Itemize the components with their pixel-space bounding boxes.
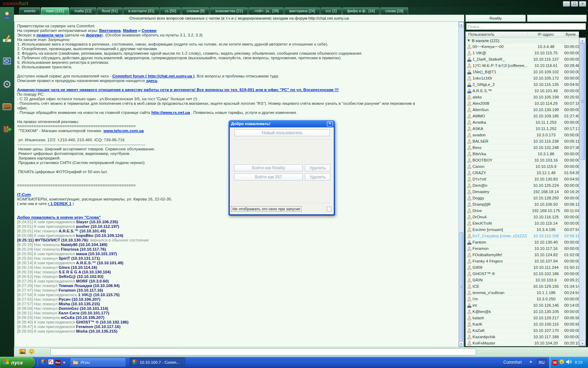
user-row[interactable]: D†v†n€10.10.130.8300:04:59 bbox=[465, 176, 579, 182]
user-row[interactable]: GRIN10.10.103.600:05:23 bbox=[465, 277, 579, 283]
tab--=ntl=- (a.. [39][interactable]: -=ntl=- (a.. [39] bbox=[248, 7, 284, 15]
userlist-header[interactable]: Пользователь IP-адрес Врем... bbox=[465, 32, 579, 38]
chat-scrollbar[interactable]: ▲ ▼ bbox=[458, 22, 464, 347]
user-row[interactable]: Dimastey192.168.18.1400:16:26 bbox=[465, 189, 579, 195]
smiley-tray-icon[interactable] bbox=[559, 359, 565, 366]
user-row[interactable]: GHOST™ ®10.10.102.18600:00:00 bbox=[465, 271, 579, 277]
dont-show-label[interactable]: Не отображать это окно при запуске bbox=[231, 206, 302, 212]
commfort-quicklaunch-icon[interactable] bbox=[41, 359, 47, 366]
volume-tray-icon[interactable] bbox=[566, 359, 572, 366]
userlist-scrollbar-thumb[interactable] bbox=[580, 43, 585, 160]
scroll-down-icon[interactable]: ▼ bbox=[579, 341, 586, 346]
language-indicator[interactable]: RU bbox=[537, 359, 546, 366]
user-row[interactable]: 1_DarK_StalkeR_10.10.115.13700:00:00 bbox=[465, 56, 579, 62]
user-row[interactable]: G90910.10.111.24401:50:19 bbox=[465, 264, 579, 271]
exit-button[interactable] bbox=[1, 124, 13, 136]
login-as-reality-button[interactable]: Войти как Reality bbox=[234, 164, 303, 171]
user-row[interactable]: BALSER10.10.115.23800:05:11 bbox=[465, 138, 579, 144]
user-row[interactable]: FOotballismylife!10.10.124.8201:02:08 bbox=[465, 252, 579, 258]
user-row[interactable]: Canon10.10.115.900:00:00 bbox=[465, 163, 579, 170]
tab-ccc [1][interactable]: ccc [1] bbox=[321, 7, 342, 15]
tab-знакомства [21][interactable]: знакомства [21] bbox=[210, 7, 248, 15]
tab-cs [50][interactable]: cs [50] bbox=[160, 7, 181, 15]
user-row[interactable]: int10.10.126.14500:14:09 bbox=[465, 302, 579, 308]
quicklaunch-overflow-chevron[interactable]: » bbox=[63, 360, 65, 365]
login-as-357-button[interactable]: Войти как 357 bbox=[234, 173, 303, 180]
tab-flood [91][interactable]: flood [91] bbox=[97, 7, 122, 15]
insert-smiley-button[interactable] bbox=[28, 349, 35, 356]
taskbar-commfort-toolbar[interactable]: Commfort bbox=[503, 360, 522, 365]
column-user[interactable]: Пользователь bbox=[465, 32, 528, 36]
chat-link[interactable]: Мафия bbox=[123, 28, 137, 33]
delete-reality-button[interactable]: Удалить bbox=[305, 164, 330, 171]
close-button[interactable]: × bbox=[579, 1, 586, 7]
scroll-up-icon[interactable]: ▲ bbox=[579, 38, 586, 43]
user-row[interactable]: CRAZY10.12.1.4901:54:35 bbox=[465, 170, 579, 176]
chat-link[interactable]: www.tehcom.com.ua bbox=[104, 128, 144, 133]
user-row[interactable]: 1nkv1z1t0r10.10.105.17200:00:00 bbox=[465, 75, 579, 81]
chat-link[interactable]: Добро пожаловать в новую игру "Слова" bbox=[17, 215, 101, 219]
tab-снежки [8][interactable]: снежки [8] bbox=[182, 7, 209, 15]
taskbar-task-10.10.100.7 - Comm...[interactable]: 10.10.100.7 - Comm... bbox=[130, 357, 186, 367]
user-row[interactable]: Arnelka10.11.1.25300:00:00 bbox=[465, 119, 579, 125]
user-row[interactable]: 00~~Kereya~~0010.3.4.4800:05:01 bbox=[465, 43, 579, 50]
tab-в контакте [31][interactable]: в контакте [31] bbox=[123, 7, 159, 15]
user-row[interactable]: AMMO10.10.109.18501:27:40 bbox=[465, 113, 579, 119]
user-row[interactable]: ASKA10.11.1.25200:17:17 bbox=[465, 125, 579, 132]
user-row[interactable]: 1 ViK@10.10.115.7500:00:00 bbox=[465, 50, 579, 56]
tab-mafia [12][interactable]: mafia [12] bbox=[70, 7, 96, 15]
start-button[interactable]: пуск bbox=[0, 357, 35, 368]
show-desktop-icon[interactable] bbox=[48, 359, 54, 366]
tab-слова [18][interactable]: слова [18] bbox=[380, 7, 408, 15]
user-row[interactable]: Fantom10.10.130.4000:00:00 bbox=[465, 239, 579, 245]
chat-link[interactable]: http://www.rs.net.ua bbox=[151, 110, 190, 115]
chat-windows-button[interactable] bbox=[1, 55, 13, 68]
minimize-button[interactable]: – bbox=[563, 1, 570, 7]
delete-357-button[interactable]: Удалить bbox=[305, 173, 330, 180]
chat-scrollbar-thumb[interactable] bbox=[459, 232, 463, 342]
chat-link[interactable]: форуме bbox=[86, 33, 102, 37]
write-message-button[interactable] bbox=[1, 33, 13, 45]
user-row[interactable]: KaZaK10.10.107.17000:00:00 bbox=[465, 327, 579, 334]
user-row[interactable]: ieremia_o'sullivan10.1.1.18600:24:54 bbox=[465, 289, 579, 296]
user-row[interactable]: Dramp[i]R10.10.106.5000:06:11 bbox=[465, 201, 579, 207]
file-transfer-button[interactable] bbox=[1, 101, 13, 114]
mail-agent-tray-icon[interactable]: M bbox=[552, 360, 558, 365]
user-profile-button[interactable] bbox=[1, 10, 13, 22]
user-row[interactable]: KariK10.10.100.11500:05:58 bbox=[465, 321, 579, 327]
res-quicklaunch-icon[interactable]: Res bbox=[55, 360, 61, 365]
dialog-close-button[interactable]: × bbox=[327, 121, 333, 127]
user-row[interactable]: 2_SiNgLe_210.10.115.13500:04:50 bbox=[465, 81, 579, 88]
column-time[interactable]: Врем... bbox=[564, 32, 579, 36]
user-row[interactable]: aleks10.10.105.19900:25:59 bbox=[465, 94, 579, 100]
dont-show-checkbox[interactable] bbox=[327, 207, 331, 211]
user-row[interactable]: Franky 4 Fingers10.10.107.9400:00:00 bbox=[465, 258, 579, 264]
userlist-tab-empty[interactable] bbox=[527, 15, 587, 22]
user-row[interactable]: K@ten@k10.10.130.10500:00:00 bbox=[465, 308, 579, 315]
user-row[interactable]: Doggy10.10.128.25000:00:00 bbox=[465, 195, 579, 201]
user-row[interactable]: I'm10.3.0.25000:00:00 bbox=[465, 296, 579, 302]
user-row[interactable]: ElecKTroN10.10.115.1400:00:00 bbox=[465, 220, 579, 226]
chat-link[interactable]: Викторина bbox=[99, 28, 121, 33]
chat-link[interactable]: правила чата bbox=[36, 33, 63, 37]
user-row[interactable]: Kazantipchik10.10.117.18800:00:00 bbox=[465, 334, 579, 340]
scroll-up-icon[interactable]: ▲ bbox=[459, 22, 464, 27]
user-row[interactable]: Dem@n10.10.125.22400:00:00 bbox=[465, 182, 579, 189]
user-row[interactable]: Bess10.10.131.24800:07:36 bbox=[465, 144, 579, 151]
chat-link[interactable]: Снежки bbox=[141, 28, 156, 33]
user-row[interactable]: DrOnu410.10.116.12500:00:00 bbox=[465, 214, 579, 220]
toolbar-overflow-chevron[interactable]: » bbox=[530, 359, 532, 364]
user-row[interactable]: BilяVka10.3.1.8600:00:00 bbox=[465, 151, 579, 157]
userlist-tab-reality[interactable]: Reality bbox=[465, 15, 526, 22]
chat-link[interactable]: • 1 DEREK 1 bbox=[48, 201, 71, 206]
tab-викторина [24][interactable]: викторина [24] bbox=[284, 7, 320, 15]
tab-фифа и ф.. [16][interactable]: фифа и ф.. [16] bbox=[342, 7, 380, 15]
user-row[interactable]: Escimo [отошел]10.3.4.19500:07:54 bbox=[465, 226, 579, 233]
user-row[interactable]: Alex200810.10.114.2900:07:18 bbox=[465, 100, 579, 107]
user-row[interactable]: KniFeMaster10.10.104.2000:20:10 bbox=[465, 340, 579, 346]
userlist-scrollbar[interactable]: ▲ ▼ bbox=[579, 38, 586, 346]
restore-button[interactable]: □ bbox=[571, 1, 578, 7]
scroll-down-icon[interactable]: ▼ bbox=[459, 341, 464, 347]
user-row[interactable]: Drive192.168.10.17500:11:04 bbox=[465, 207, 579, 214]
userlist-group-row[interactable]: ▼ В канале (121) bbox=[465, 38, 579, 43]
